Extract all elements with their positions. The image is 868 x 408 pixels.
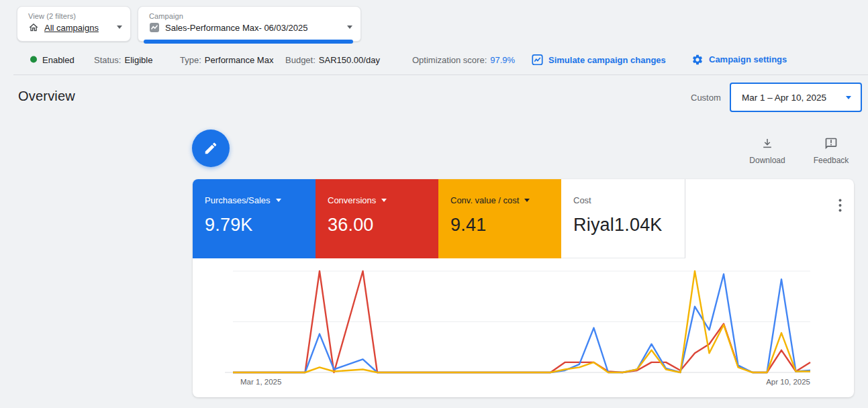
overview-chart-card: Purchases/Sales 9.79K Conversions 36.00 … [193,179,854,397]
scorecard-value: Riyal1.04K [573,215,685,236]
chevron-down-icon[interactable] [524,199,530,202]
enabled-label: Enabled [42,54,75,64]
simulate-icon [532,54,543,65]
overview-chart[interactable] [233,268,810,374]
scorecard-value: 9.79K [205,215,316,236]
scorecard-label: Purchases/Sales [205,195,271,205]
chevron-down-icon [347,26,352,29]
optscore-value: 97.9% [490,54,515,64]
view-filter-label: View (2 filters) [28,12,121,20]
scorecard-conversions[interactable]: Conversions 36.00 [316,179,438,258]
settings-label: Campaign settings [709,54,787,64]
home-icon [28,22,39,33]
download-icon [761,137,774,150]
scorecard-label: Cost [573,195,591,205]
campaign-settings-link[interactable]: Campaign settings [691,54,787,66]
type-value: Performance Max [205,54,274,64]
chevron-down-icon[interactable] [276,199,281,202]
view-filter-value: All campaigns [44,23,99,33]
campaign-dropdown-label: Campaign [149,12,351,20]
status-eligible: Status: Eligible [94,54,152,64]
chevron-down-icon[interactable] [381,199,387,202]
performance-max-icon [149,22,160,33]
scorecard-purchases-sales[interactable]: Purchases/Sales 9.79K [193,179,316,258]
scorecard-cost[interactable]: Cost Riyal1.04K [561,179,685,258]
card-options-button[interactable] [831,197,849,214]
scorecard-value: 36.00 [328,215,438,236]
pencil-icon [203,141,218,156]
date-range-value: Mar 1 – Apr 10, 2025 [742,93,846,103]
kebab-icon [838,199,842,212]
status-label: Status: [94,54,121,64]
scorecard-conv-value-cost[interactable]: Conv. value / cost 9.41 [438,179,561,258]
feedback-icon [824,137,838,150]
campaign-dropdown[interactable]: Campaign Sales-Performance Max- 06/03/20… [138,6,361,42]
status-enabled[interactable]: Enabled [30,54,75,64]
optscore-label: Optimization score: [412,54,487,64]
enabled-dot-icon [30,56,37,63]
budget-value: SAR150.00/day [319,54,380,64]
section-divider [13,74,868,75]
optimization-score[interactable]: Optimization score: 97.9% [412,54,515,64]
campaign-type: Type: Performance Max [180,54,273,64]
x-axis-start-label: Mar 1, 2025 [240,378,281,386]
page-title: Overview [18,89,75,104]
chevron-down-icon [117,26,122,29]
scorecard-label: Conv. value / cost [450,195,519,205]
download-button[interactable]: Download [738,137,796,165]
budget-label: Budget: [285,54,316,64]
date-range-type-label: Custom [691,93,721,103]
x-axis-end-label: Apr 10, 2025 [766,378,810,386]
campaign-dropdown-value: Sales-Performance Max- 06/03/2025 [165,23,307,33]
feedback-label: Feedback [802,156,860,165]
feedback-button[interactable]: Feedback [802,137,860,165]
chevron-down-icon [846,96,851,99]
scorecard-label: Conversions [328,195,376,205]
edit-overview-button[interactable] [192,130,230,167]
campaign-budget[interactable]: Budget: SAR150.00/day [285,54,380,64]
type-label: Type: [180,54,201,64]
status-value: Eligible [124,54,152,64]
download-label: Download [738,156,796,165]
campaign-status-bar: Enabled Status: Eligible Type: Performan… [0,44,868,74]
simulate-campaign-changes-link[interactable]: Simulate campaign changes [532,54,666,65]
view-filter-dropdown[interactable]: View (2 filters) All campaigns [17,6,131,42]
gear-icon [691,54,704,66]
date-range-picker[interactable]: Mar 1 – Apr 10, 2025 [730,83,862,112]
campaign-active-underline [144,40,353,44]
scorecard-value: 9.41 [450,215,561,236]
simulate-label: Simulate campaign changes [548,54,666,64]
